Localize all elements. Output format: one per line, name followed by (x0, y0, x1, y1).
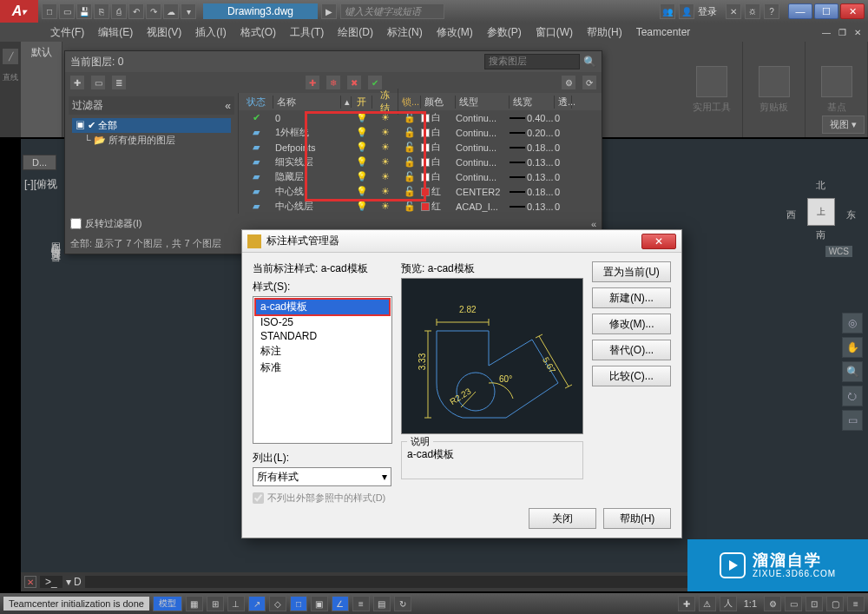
menu-view[interactable]: 视图(V) (140, 25, 188, 40)
refresh-icon[interactable]: ⟳ (582, 76, 596, 89)
col-name[interactable]: 名称 (273, 96, 341, 109)
dialog-close-button[interactable]: ✕ (641, 234, 676, 249)
style-item[interactable]: 标准 (255, 360, 390, 376)
qat-saveas-icon[interactable]: ⎘ (94, 3, 109, 19)
col-transparency[interactable]: 透... (555, 96, 572, 109)
layer-search-input[interactable]: 搜索图层 (484, 54, 580, 69)
status-snap-icon[interactable]: ⊞ (207, 596, 224, 611)
close-dialog-button[interactable]: 关闭 (529, 508, 596, 529)
status-cycle-icon[interactable]: ↻ (394, 596, 411, 611)
status-hw-icon[interactable]: ⊡ (806, 596, 823, 611)
status-polar-icon[interactable]: ↗ (248, 596, 266, 611)
menu-format[interactable]: 格式(O) (233, 25, 283, 40)
settings-icon[interactable]: ⚙ (562, 76, 575, 89)
close-button[interactable]: ✕ (840, 3, 865, 19)
style-item[interactable]: 标注 (255, 343, 390, 360)
help-icon[interactable]: ? (764, 3, 779, 19)
signin-label[interactable]: 登录 (698, 5, 717, 18)
status-lw-icon[interactable]: ≡ (352, 596, 370, 611)
signin-icon[interactable]: 👤 (679, 3, 694, 19)
exchange-icon[interactable]: ✕ (726, 3, 741, 19)
layer-row[interactable]: ▰Defpoints💡☀🔓白Continu...0.18...0 (239, 140, 602, 155)
ribbon-panel-utilities[interactable]: 实用工具 (681, 42, 743, 137)
help-search[interactable]: 键入关键字或短语 (340, 3, 444, 19)
mdi-minimize-icon[interactable]: — (819, 26, 833, 38)
qat-cloud-icon[interactable]: ☁ (163, 3, 179, 19)
infocenter-icon[interactable]: 👥 (660, 3, 675, 19)
status-annoscale-icon[interactable]: 人 (720, 596, 737, 611)
menu-parameter[interactable]: 参数(P) (480, 25, 529, 40)
col-freeze[interactable]: 冻结 (372, 89, 398, 115)
qat-save-icon[interactable]: 💾 (76, 3, 92, 19)
ribbon-tab-default[interactable]: 默认 (21, 42, 62, 137)
layer-row[interactable]: ✔0💡☀🔓白Continu...0.40...0 (239, 110, 602, 125)
layer-states-icon[interactable]: ≣ (112, 76, 126, 89)
nav-orbit-icon[interactable]: ⭮ (842, 386, 863, 406)
layer-row[interactable]: ▰1外框线💡☀🔓白Continu...0.20...0 (239, 125, 602, 140)
cmdline-close-icon[interactable]: ✕ (24, 576, 36, 588)
filter-all[interactable]: ▣ ✔ 全部 (72, 118, 231, 133)
status-annomon-icon[interactable]: ⚠ (699, 596, 716, 611)
status-clean-icon[interactable]: ▢ (826, 596, 844, 611)
search-icon[interactable]: 🔍 (583, 56, 596, 68)
menu-teamcenter[interactable]: Teamcenter (629, 26, 698, 38)
col-color[interactable]: 颜色 (421, 96, 456, 109)
status-iso-icon[interactable]: ◇ (269, 596, 286, 611)
viewcube-top[interactable]: 上 (807, 198, 835, 226)
qat-new-icon[interactable]: □ (42, 3, 57, 19)
maximize-button[interactable]: ☐ (814, 3, 838, 19)
status-scale[interactable]: 1:1 (744, 598, 757, 609)
delete-layer-icon[interactable]: ✖ (347, 76, 361, 89)
new-filter-icon[interactable]: ✚ (70, 76, 84, 89)
layer-row[interactable]: ▰中心线💡☀🔓红CENTER20.18...0 (239, 184, 602, 199)
style-item[interactable]: ISO-25 (255, 315, 390, 329)
minimize-button[interactable]: — (788, 3, 812, 19)
menu-file[interactable]: 文件(F) (43, 25, 91, 40)
document-tab[interactable]: D... (23, 155, 56, 170)
viewcube[interactable]: 北 南 西 东 上 WCS (786, 179, 856, 257)
status-3dosnap-icon[interactable]: ▣ (311, 596, 328, 611)
menu-dimension[interactable]: 标注(N) (380, 25, 430, 40)
col-status[interactable]: 状态 (239, 96, 273, 109)
qat-more-icon[interactable]: ▾ (181, 3, 196, 19)
status-ortho-icon[interactable]: ⊥ (227, 596, 245, 611)
qat-undo-icon[interactable]: ↶ (128, 3, 144, 19)
col-linetype[interactable]: 线型 (456, 96, 510, 109)
set-current-icon[interactable]: ✔ (368, 76, 382, 89)
style-item[interactable]: STANDARD (255, 329, 390, 343)
new-layer-icon[interactable]: ✚ (306, 76, 319, 89)
new-button[interactable]: 新建(N)... (592, 287, 671, 308)
mdi-close-icon[interactable]: ✕ (851, 26, 865, 38)
viewcube-east[interactable]: 东 (846, 208, 856, 221)
status-grid-icon[interactable]: ▦ (186, 596, 203, 611)
col-lock[interactable]: 锁... (398, 96, 421, 109)
filter-collapse2-icon[interactable]: « (591, 219, 596, 229)
layer-row[interactable]: ▰隐藏层💡☀🔓白Continu...0.13...0 (239, 169, 602, 184)
layer-row[interactable]: ▰中心线层💡☀🔓红ACAD_I...0.13...0 (239, 199, 602, 214)
menu-draw[interactable]: 绘图(D) (331, 25, 380, 40)
a360-icon[interactable]: ⛭ (745, 3, 760, 19)
invert-filter-checkbox[interactable] (70, 218, 82, 229)
modify-button[interactable]: 修改(M)... (592, 314, 671, 334)
status-trans-icon[interactable]: ▤ (373, 596, 391, 611)
status-otrack-icon[interactable]: ∠ (332, 596, 349, 611)
qat-plot-icon[interactable]: ⎙ (111, 3, 127, 19)
line-tool-icon[interactable]: ╱ (3, 49, 18, 64)
qat-open-icon[interactable]: ▭ (59, 3, 75, 19)
col-lineweight[interactable]: 线宽 (510, 96, 555, 109)
nav-pan-icon[interactable]: ✋ (842, 337, 863, 358)
style-item-selected[interactable]: a-cad模板 (255, 299, 390, 315)
menu-edit[interactable]: 编辑(E) (91, 25, 140, 40)
play-icon[interactable]: ▶ (321, 3, 337, 19)
status-custom-icon[interactable]: ≡ (847, 596, 865, 611)
status-ws-icon[interactable]: ⚙ (764, 596, 781, 611)
nav-zoom-icon[interactable]: 🔍 (842, 361, 863, 382)
menu-insert[interactable]: 插入(I) (188, 25, 233, 40)
ribbon-panel-clipboard[interactable]: 剪贴板 (743, 42, 806, 137)
viewcube-west[interactable]: 西 (786, 208, 796, 221)
menu-modify[interactable]: 修改(M) (430, 25, 480, 40)
viewport-label[interactable]: [-][俯视 (24, 177, 57, 192)
nav-showmotion-icon[interactable]: ▭ (842, 410, 863, 431)
override-button[interactable]: 替代(O)... (592, 340, 671, 360)
qat-redo-icon[interactable]: ↷ (146, 3, 161, 19)
